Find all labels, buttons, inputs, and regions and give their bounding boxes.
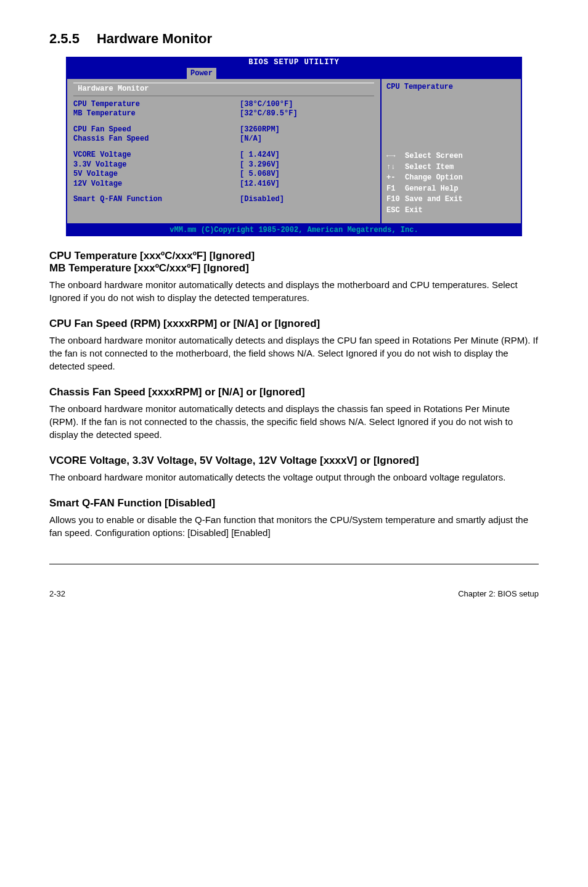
row-cpu-temp-label: CPU Temperature <box>73 100 240 110</box>
row-33v-label: 3.3V Voltage <box>73 160 240 170</box>
body-cpu-mb-temp: The onboard hardware monitor automatical… <box>49 278 539 304</box>
row-mb-temp-val: [32°C/89.5°F] <box>240 109 298 119</box>
bios-help-title: CPU Temperature <box>386 83 516 151</box>
row-vcore-label: VCORE Voltage <box>73 151 240 160</box>
body-voltage: The onboard hardware monitor automatical… <box>49 471 539 484</box>
row-qfan-val: [Disabled] <box>240 195 284 205</box>
footer-page-number: 2-32 <box>49 589 65 598</box>
row-5v-val: [ 5.068V] <box>240 170 280 179</box>
bios-tab-power: Power <box>187 68 216 79</box>
body-cpu-fan: The onboard hardware monitor automatical… <box>49 334 539 373</box>
hint-change-option: +-Change Option <box>386 173 516 183</box>
heading-chassis-fan: Chassis Fan Speed [xxxxRPM] or [N/A] or … <box>49 386 539 398</box>
bios-footer: vMM.mm (C)Copyright 1985-2002, American … <box>66 225 522 237</box>
hint-general-help: F1General Help <box>386 184 516 194</box>
row-cpu-fan-val: [3260RPM] <box>240 125 280 135</box>
row-12v-val: [12.416V] <box>240 179 280 189</box>
heading-cpu-fan: CPU Fan Speed (RPM) [xxxxRPM] or [N/A] o… <box>49 318 539 330</box>
bios-tab-row: Power <box>66 68 522 79</box>
row-vcore-val: [ 1.424V] <box>240 151 280 160</box>
row-chassis-fan-label: Chassis Fan Speed <box>73 134 240 144</box>
hint-select-screen: ←→Select Screen <box>386 152 516 162</box>
row-12v-label: 12V Voltage <box>73 179 240 189</box>
section-heading: Hardware Monitor <box>97 31 212 46</box>
body-chassis-fan: The onboard hardware monitor automatical… <box>49 402 539 441</box>
bios-left-panel: Hardware Monitor CPU Temperature[38°C/10… <box>67 79 380 223</box>
hint-exit: ESCExit <box>386 206 516 216</box>
footer-divider <box>49 564 539 564</box>
row-chassis-fan-val: [N/A] <box>240 134 262 144</box>
row-33v-val: [ 3.296V] <box>240 160 280 170</box>
row-cpu-fan-label: CPU Fan Speed <box>73 125 240 135</box>
footer-chapter: Chapter 2: BIOS setup <box>458 589 539 598</box>
bios-panel-header: Hardware Monitor <box>73 83 374 96</box>
hint-save-exit: F10Save and Exit <box>386 195 516 205</box>
section-number: 2.5.5 <box>49 31 80 47</box>
heading-qfan: Smart Q-FAN Function [Disabled] <box>49 497 539 510</box>
heading-cpu-mb-temp: CPU Temperature [xxxºC/xxxºF] [Ignored] … <box>49 250 539 274</box>
hint-select-item: ↑↓Select Item <box>386 163 516 173</box>
row-5v-label: 5V Voltage <box>73 170 240 179</box>
heading-voltage: VCORE Voltage, 3.3V Voltage, 5V Voltage,… <box>49 455 539 467</box>
bios-utility-title: BIOS SETUP UTILITY <box>66 57 522 68</box>
bios-right-panel: CPU Temperature ←→Select Screen ↑↓Select… <box>380 79 521 223</box>
page-footer: 2-32 Chapter 2: BIOS setup <box>0 589 588 623</box>
row-qfan-label: Smart Q-FAN Function <box>73 195 240 205</box>
row-cpu-temp-val: [38°C/100°F] <box>240 100 293 110</box>
body-qfan: Allows you to enable or disable the Q-Fa… <box>49 513 539 539</box>
section-title: 2.5.5Hardware Monitor <box>49 31 539 47</box>
bios-screenshot: BIOS SETUP UTILITY Power Hardware Monito… <box>66 57 522 236</box>
row-mb-temp-label: MB Temperature <box>73 109 240 119</box>
